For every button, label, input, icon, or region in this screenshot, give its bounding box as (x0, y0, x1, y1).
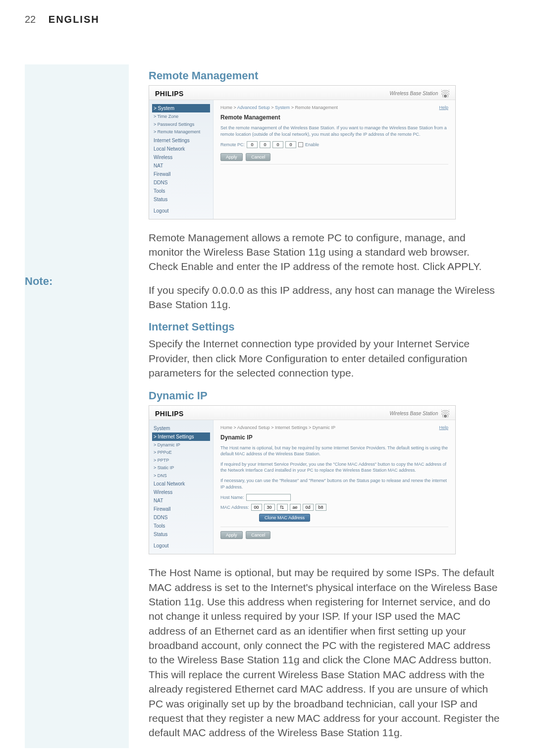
nav-password-settings[interactable]: > Password Settings (152, 121, 210, 129)
help-link[interactable]: Help (439, 425, 448, 430)
nav-tools[interactable]: Tools (152, 522, 210, 530)
nav-remote-management[interactable]: > Remote Management (152, 128, 210, 136)
crumb-home: Home > (220, 105, 237, 110)
nav-pppoe[interactable]: > PPPoE (152, 449, 210, 457)
apply-button[interactable]: Apply (220, 153, 243, 161)
crumb-sep1: > (270, 105, 275, 110)
heading-remote-management: Remote Management (149, 69, 500, 82)
mac-6[interactable] (316, 504, 326, 511)
brand-label: Wireless Base Station (389, 410, 438, 416)
language-label: ENGLISH (49, 14, 100, 25)
nav-wireless[interactable]: Wireless (152, 488, 210, 496)
main-content: Remote Management PHILIPS Wireless Base … (149, 69, 500, 749)
host-name-input[interactable] (246, 494, 291, 501)
left-margin-band (25, 64, 129, 748)
mac-4[interactable] (290, 504, 301, 511)
nav-logout[interactable]: Logout (152, 207, 210, 215)
nav-ddns[interactable]: DDNS (152, 178, 210, 187)
ip-octet-2[interactable] (260, 141, 270, 148)
panel-desc-1: The Host name is optional, but may be re… (220, 445, 448, 457)
nav-pptp[interactable]: > PPTP (152, 457, 210, 465)
logo-text: PHILIPS (155, 90, 184, 98)
nav-status[interactable]: Status (152, 195, 210, 204)
dynamic-ip-paragraph: The Host Name is optional, but may be re… (149, 565, 500, 740)
breadcrumb: Home > Advanced Setup > Internet Setting… (220, 425, 448, 430)
nav-wireless[interactable]: Wireless (152, 153, 210, 162)
remote-management-note: If you specify 0.0.0.0 as this IP addres… (149, 283, 500, 312)
mac-2[interactable] (264, 504, 275, 511)
panel-desc-3: If necessary, you can use the "Release" … (220, 478, 448, 490)
panel-desc-2: If required by your Internet Service Pro… (220, 461, 448, 474)
nav-system[interactable]: > System (152, 104, 210, 112)
crumb-advanced[interactable]: Advanced Setup (237, 105, 270, 110)
help-link[interactable]: Help (439, 105, 448, 110)
nav-logout[interactable]: Logout (152, 541, 210, 550)
nav-firewall[interactable]: Firewall (152, 505, 210, 513)
nav-internet-settings[interactable]: > Internet Settings (152, 432, 210, 441)
nav-system[interactable]: System (152, 424, 210, 432)
nav-internet-settings[interactable]: Internet Settings (152, 136, 210, 145)
remote-pc-label: Remote PC: (220, 142, 245, 147)
page-header: 22 ENGLISH (25, 14, 100, 25)
nav-ddns[interactable]: DDNS (152, 513, 210, 522)
screenshot-nav: System > Internet Settings > Dynamic IP … (149, 420, 214, 554)
screenshot-dynamic-ip: PHILIPS Wireless Base Station System > I… (149, 405, 456, 555)
nav-dns[interactable]: > DNS (152, 472, 210, 480)
page-number: 22 (25, 14, 36, 25)
ip-octet-3[interactable] (272, 141, 283, 148)
clone-mac-button[interactable]: Clone MAC Address (259, 514, 310, 522)
panel-description: Set the remote management of the Wireles… (220, 125, 448, 137)
internet-settings-paragraph: Specify the Internet connection type pro… (149, 336, 500, 380)
nav-dynamic-ip[interactable]: > Dynamic IP (152, 441, 210, 449)
mac-3[interactable] (277, 504, 288, 511)
cancel-button[interactable]: Cancel (246, 531, 270, 539)
nav-static-ip[interactable]: > Static IP (152, 464, 210, 472)
breadcrumb: Home > Advanced Setup > System > Remote … (220, 105, 448, 110)
ip-octet-1[interactable] (247, 141, 258, 148)
note-label: Note: (25, 275, 53, 288)
nav-tools[interactable]: Tools (152, 187, 210, 195)
mac-5[interactable] (303, 504, 314, 511)
enable-label: Enable (305, 142, 319, 147)
nav-time-zone[interactable]: > Time Zone (152, 113, 210, 121)
host-name-label: Host Name: (220, 495, 244, 500)
screenshot-nav: > System > Time Zone > Password Settings… (149, 100, 214, 219)
panel-title: Dynamic IP (220, 434, 448, 441)
antenna-icon (441, 410, 449, 418)
nav-local-network[interactable]: Local Network (152, 480, 210, 488)
enable-checkbox[interactable] (298, 142, 303, 147)
logo-text: PHILIPS (155, 410, 184, 418)
panel-title: Remote Management (220, 114, 448, 121)
crumb-current: > Remote Management (290, 105, 338, 110)
antenna-icon (441, 90, 449, 98)
nav-firewall[interactable]: Firewall (152, 170, 210, 178)
mac-1[interactable] (251, 504, 262, 511)
apply-button[interactable]: Apply (220, 531, 243, 539)
heading-dynamic-ip: Dynamic IP (149, 389, 500, 402)
crumb-system[interactable]: System (275, 105, 290, 110)
nav-status[interactable]: Status (152, 530, 210, 539)
brand-label: Wireless Base Station (389, 91, 438, 96)
nav-nat[interactable]: NAT (152, 162, 210, 170)
screenshot-remote-management: PHILIPS Wireless Base Station > System >… (149, 85, 456, 219)
mac-address-label: MAC Address: (220, 505, 249, 510)
nav-nat[interactable]: NAT (152, 496, 210, 505)
heading-internet-settings: Internet Settings (149, 321, 500, 333)
cancel-button[interactable]: Cancel (246, 153, 270, 161)
ip-octet-4[interactable] (285, 141, 296, 148)
nav-local-network[interactable]: Local Network (152, 145, 210, 153)
remote-management-paragraph: Remote Management allows a remote PC to … (149, 230, 500, 274)
